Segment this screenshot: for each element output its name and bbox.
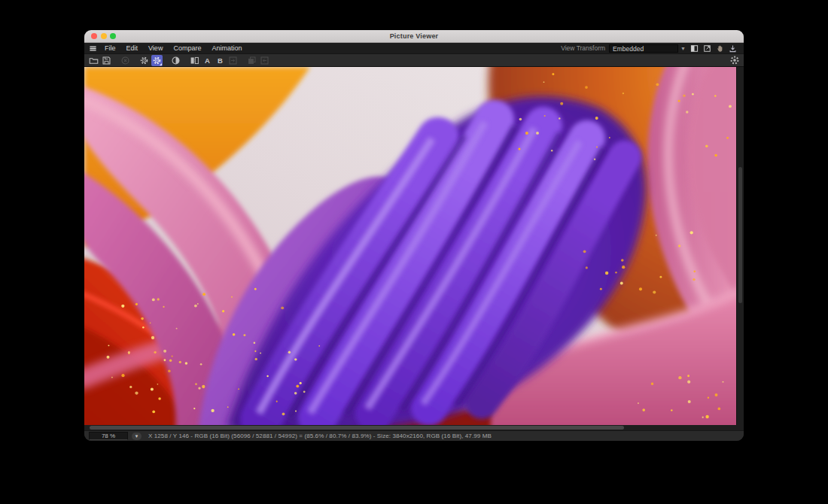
menu-file[interactable]: File — [99, 43, 121, 53]
open-folder-button[interactable] — [88, 55, 99, 66]
statusbar: 78 % ▼ X 1258 / Y 146 - RGB (16 Bit) (56… — [84, 430, 744, 441]
image-canvas[interactable] — [84, 67, 736, 425]
copy-layer-button[interactable] — [246, 55, 257, 66]
zoom-dropdown-button[interactable]: ▼ — [132, 433, 142, 440]
traffic-lights — [91, 33, 116, 39]
display-gear-button[interactable] — [151, 55, 163, 66]
menu-edit[interactable]: Edit — [121, 43, 144, 53]
menubar: File Edit View Compare Animation View Tr… — [84, 43, 744, 53]
version-a-button[interactable]: A — [202, 55, 213, 66]
close-window-button[interactable] — [91, 33, 97, 39]
menubar-right-icons — [689, 44, 738, 53]
window-title: Picture Viewer — [84, 32, 744, 40]
paste-back-button[interactable] — [227, 55, 239, 66]
split-view-icon[interactable] — [689, 44, 699, 53]
zoom-window-button[interactable] — [110, 33, 116, 39]
menu-compare[interactable]: Compare — [168, 43, 206, 53]
zoom-level-field[interactable]: 78 % — [89, 432, 128, 440]
stop-render-button[interactable] — [120, 55, 131, 66]
view-transform-select[interactable]: Embedded — [609, 44, 678, 53]
render-image — [84, 67, 736, 425]
contrast-button[interactable] — [170, 55, 181, 66]
minimize-window-button[interactable] — [101, 33, 107, 39]
hand-icon[interactable] — [715, 44, 725, 53]
titlebar[interactable]: Picture Viewer — [84, 30, 744, 43]
filter-gear-button[interactable] — [139, 55, 150, 66]
view-transform-label: View Transform — [561, 44, 605, 52]
viewport — [84, 67, 744, 425]
save-button[interactable] — [101, 55, 112, 66]
version-b-button[interactable]: B — [215, 55, 226, 66]
popout-icon[interactable] — [702, 44, 712, 53]
status-info: X 1258 / Y 146 - RGB (16 Bit) (56096 / 5… — [148, 433, 492, 439]
hamburger-menu-icon[interactable] — [89, 44, 97, 53]
view-transform-dropdown-arrow[interactable]: ▼ — [678, 46, 689, 51]
menu-animation[interactable]: Animation — [206, 43, 247, 53]
render-settings-gear-button[interactable] — [729, 55, 740, 66]
paste-forward-button[interactable] — [259, 55, 270, 66]
compare-ab-button[interactable] — [189, 55, 200, 66]
vertical-scrollbar-thumb[interactable] — [738, 167, 742, 303]
horizontal-scrollbar-thumb[interactable] — [90, 426, 624, 430]
horizontal-scrollbar[interactable] — [84, 425, 744, 430]
picture-viewer-window: Picture Viewer File Edit View Compare An… — [84, 30, 744, 441]
toolbar: A B — [84, 53, 744, 67]
menu-view[interactable]: View — [143, 43, 168, 53]
vertical-scrollbar[interactable] — [736, 67, 744, 425]
dock-icon[interactable] — [728, 44, 738, 53]
